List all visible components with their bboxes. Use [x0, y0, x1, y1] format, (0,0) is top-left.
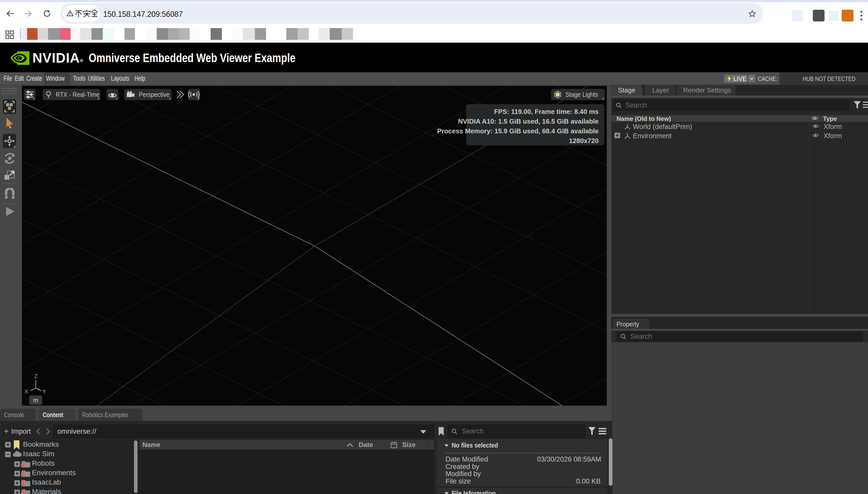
svg-text:Z: Z [34, 373, 38, 379]
svg-text:X: X [24, 388, 29, 395]
svg-text:Y: Y [42, 388, 46, 395]
